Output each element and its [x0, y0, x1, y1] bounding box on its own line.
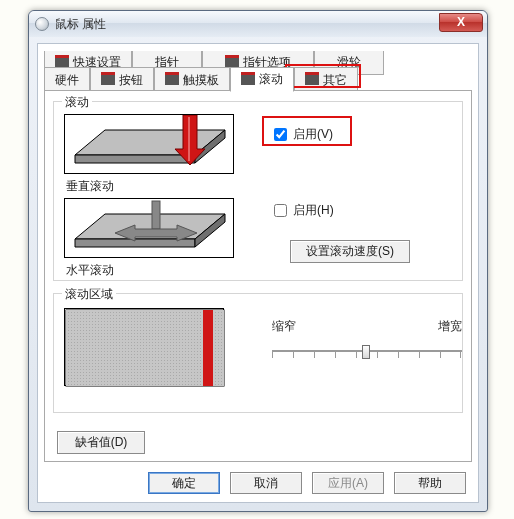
tab-hardware[interactable]: 硬件: [44, 67, 90, 92]
tab-label: 硬件: [55, 72, 79, 89]
slider-narrow-label: 缩窄: [272, 318, 296, 335]
tab-label: 按钮: [119, 72, 143, 89]
enable-horizontal-checkbox[interactable]: 启用(H): [274, 202, 334, 219]
tab-label: 滚动: [259, 71, 283, 88]
tabs-row-2: 硬件 按钮 触摸板 滚动 其它: [38, 66, 358, 91]
tab-label: 触摸板: [183, 72, 219, 89]
ok-button[interactable]: 确定: [148, 472, 220, 494]
svg-marker-1: [75, 155, 195, 163]
group-scroll: 滚动 垂直滚动 启用(V): [53, 101, 463, 281]
tab-page-scroll: 滚动 垂直滚动 启用(V): [44, 90, 472, 462]
tab-label: 其它: [323, 72, 347, 89]
client-area: 快速设置 指针 指针选项 滑轮 硬件 按钮 触摸板: [37, 43, 479, 503]
tab-icon: [101, 75, 115, 85]
scroll-zone-svg: [65, 309, 225, 387]
close-button[interactable]: X: [439, 13, 483, 32]
enable-vertical-input[interactable]: [274, 128, 287, 141]
app-icon: [35, 17, 49, 31]
slider-labels: 缩窄 增宽: [272, 318, 462, 335]
group-scroll-zone: 滚动区域: [53, 293, 463, 413]
group-scroll-label: 滚动: [62, 94, 92, 111]
defaults-label: 缺省值(D): [75, 435, 128, 449]
titlebar[interactable]: 鼠标 属性 X: [29, 11, 487, 37]
vertical-scroll-illustration: [64, 114, 234, 174]
slider-widen-label: 增宽: [438, 318, 462, 335]
tab-icon: [305, 75, 319, 85]
help-button[interactable]: 帮助: [394, 472, 466, 494]
tab-touchpad[interactable]: 触摸板: [154, 67, 230, 92]
window-title: 鼠标 属性: [55, 16, 106, 33]
svg-rect-14: [203, 310, 213, 386]
horizontal-scroll-caption: 水平滚动: [66, 262, 114, 279]
apply-button[interactable]: 应用(A): [312, 472, 384, 494]
cancel-button[interactable]: 取消: [230, 472, 302, 494]
tab-other[interactable]: 其它: [294, 67, 358, 92]
enable-horizontal-label: 启用(H): [293, 202, 334, 219]
zone-width-slider[interactable]: 缩窄 增宽: [272, 318, 462, 361]
scroll-speed-label: 设置滚动速度(S): [306, 244, 394, 258]
svg-rect-8: [152, 201, 160, 229]
mouse-properties-window: 鼠标 属性 X 快速设置 指针 指针选项 滑轮 硬件: [28, 10, 488, 512]
tab-icon: [241, 75, 255, 85]
enable-vertical-checkbox[interactable]: 启用(V): [274, 126, 333, 143]
scroll-zone-illustration: [64, 308, 224, 386]
tab-icon: [165, 75, 179, 85]
svg-rect-11: [66, 310, 224, 386]
scroll-speed-button[interactable]: 设置滚动速度(S): [290, 240, 410, 263]
vertical-scroll-caption: 垂直滚动: [66, 178, 114, 195]
tab-scroll[interactable]: 滚动: [230, 67, 294, 92]
defaults-button[interactable]: 缺省值(D): [57, 431, 145, 454]
horizontal-scroll-svg: [65, 199, 235, 259]
vertical-scroll-svg: [65, 115, 235, 175]
slider-thumb[interactable]: [362, 345, 370, 359]
slider-track[interactable]: [272, 341, 462, 361]
group-zone-label: 滚动区域: [62, 286, 116, 303]
tab-buttons[interactable]: 按钮: [90, 67, 154, 92]
enable-vertical-label: 启用(V): [293, 126, 333, 143]
enable-horizontal-input[interactable]: [274, 204, 287, 217]
horizontal-scroll-illustration: [64, 198, 234, 258]
dialog-footer: 确定 取消 应用(A) 帮助: [38, 472, 478, 494]
